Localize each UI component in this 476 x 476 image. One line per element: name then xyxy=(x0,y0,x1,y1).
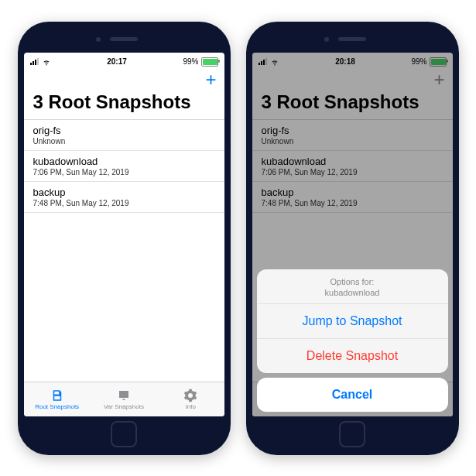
jump-to-snapshot-button[interactable]: Jump to Snapshot xyxy=(257,304,448,339)
add-button[interactable]: + xyxy=(205,70,216,89)
home-button[interactable] xyxy=(111,421,137,447)
speaker-slot xyxy=(338,37,366,41)
list-item[interactable]: backup 7:48 PM, Sun May 12, 2019 xyxy=(24,182,224,213)
list-item-detail: Unknown xyxy=(33,137,215,146)
list-item[interactable]: kubadownload 7:06 PM, Sun May 12, 2019 xyxy=(24,151,224,182)
tab-label: Var Snapshots xyxy=(104,403,144,410)
action-sheet-target: kubadownload xyxy=(263,288,442,297)
battery-percent: 99% xyxy=(183,57,198,66)
signal-icon xyxy=(30,58,39,65)
list-item-detail: 7:48 PM, Sun May 12, 2019 xyxy=(33,199,215,207)
screen: 20:17 99% + 3 Root Snapshots orig-fs Unk… xyxy=(24,53,224,416)
phone-right: 20:18 99% + 3 Root Snapshots orig-fs Unk… xyxy=(246,22,459,455)
snapshot-list: orig-fs Unknown kubadownload 7:06 PM, Su… xyxy=(24,120,224,382)
action-sheet-header: Options for: kubadownload xyxy=(257,269,448,304)
battery-icon xyxy=(201,57,218,67)
front-camera xyxy=(96,37,101,42)
speaker-slot xyxy=(110,37,138,41)
action-sheet: Options for: kubadownload Jump to Snapsh… xyxy=(257,269,448,412)
tab-label: Root Snapshots xyxy=(35,403,79,410)
delete-snapshot-button[interactable]: Delete Snapshot xyxy=(257,339,448,373)
tab-bar: Root Snapshots Var Snapshots Info xyxy=(24,382,224,416)
list-item-title: kubadownload xyxy=(33,156,215,167)
floppy-icon xyxy=(50,389,64,402)
action-sheet-group: Options for: kubadownload Jump to Snapsh… xyxy=(257,269,448,373)
wifi-icon xyxy=(42,57,51,67)
monitor-icon xyxy=(117,389,131,402)
list-item-detail: 7:06 PM, Sun May 12, 2019 xyxy=(33,168,215,176)
list-item-title: orig-fs xyxy=(33,125,215,136)
tab-info[interactable]: Info xyxy=(157,382,224,416)
tab-label: Info xyxy=(186,403,196,410)
front-camera xyxy=(324,37,329,42)
phone-left: 20:17 99% + 3 Root Snapshots orig-fs Unk… xyxy=(18,22,231,455)
list-item-title: backup xyxy=(33,187,215,198)
screen: 20:18 99% + 3 Root Snapshots orig-fs Unk… xyxy=(252,53,453,416)
home-button[interactable] xyxy=(339,421,365,447)
nav-bar: + xyxy=(24,70,224,90)
page-title: 3 Root Snapshots xyxy=(24,90,224,120)
status-bar: 20:17 99% xyxy=(24,53,224,70)
tab-root-snapshots[interactable]: Root Snapshots xyxy=(24,382,91,416)
cancel-button[interactable]: Cancel xyxy=(257,378,448,412)
tab-var-snapshots[interactable]: Var Snapshots xyxy=(91,382,157,416)
list-item[interactable]: orig-fs Unknown xyxy=(24,120,224,151)
gear-icon xyxy=(183,389,197,402)
action-sheet-caption: Options for: xyxy=(263,277,442,286)
status-time: 20:17 xyxy=(107,57,127,66)
